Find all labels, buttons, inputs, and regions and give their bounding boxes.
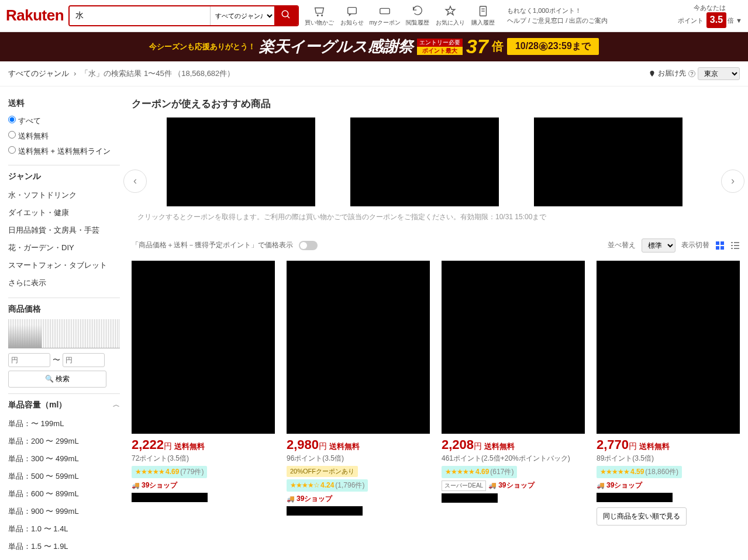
header-nav: 買い物かご お知らせ myクーポン 閲覧履歴 お気に入り 購入履歴 [304, 5, 499, 27]
coupon-item[interactable] [167, 117, 315, 206]
breadcrumb-bar: すべてのジャンル › 「水」の検索結果 1〜45件 （18,568,682件） … [0, 61, 748, 87]
coupon-carousel [132, 117, 740, 206]
svg-rect-14 [734, 242, 739, 243]
banner-mult-suffix: 倍 [492, 39, 504, 54]
carousel-next-button[interactable]: › [721, 170, 744, 193]
price-min-input[interactable] [8, 353, 50, 367]
vol-link[interactable]: 単品：1.0 〜 1.4L [8, 520, 120, 538]
header-help-text[interactable]: もれなく1,000ポイント！ヘルプ / ご意見窓口 / 出店のご案内 [507, 6, 608, 25]
product-card[interactable]: 2,980円送料無料 96ポイント(3.5倍) 20%OFFクーポンあり ★★★… [287, 261, 430, 526]
history-link[interactable]: 閲覧履歴 [402, 5, 433, 27]
vol-link[interactable]: 単品：300 〜 499mL [8, 450, 120, 468]
sort-bar: 「商品価格＋送料－獲得予定ポイント」で価格表示 並べ替え 標準 表示切替 [132, 238, 740, 253]
vol-link[interactable]: 単品：900 〜 999mL [8, 503, 120, 520]
price-mode-toggle[interactable] [299, 241, 318, 250]
chevron-up-icon: ︿ [113, 400, 120, 410]
vol-link[interactable]: 単品：〜 199mL [8, 415, 120, 433]
promo-banner[interactable]: 今シーズンも応援ありがとう！ 楽天イーグルス感謝祭 エントリー必要ポイント最大 … [0, 32, 748, 61]
vol-link[interactable]: 単品：1.5 〜 1.9L [8, 538, 120, 555]
product-price: 2,222円 [132, 437, 172, 452]
svg-line-1 [287, 16, 289, 18]
product-card[interactable]: 2,770円送料無料 89ポイント(3.5倍) ★★★★★4.59(18,860… [597, 261, 740, 526]
price-sep: 〜 [53, 355, 60, 365]
product-rating[interactable]: ★★★★★4.69(617件) [442, 466, 517, 478]
price-max-input[interactable] [63, 353, 105, 367]
search-button[interactable] [274, 6, 298, 25]
product-grid: 2,222円送料無料 72ポイント(3.5倍) ★★★★★4.69(779件) … [132, 261, 740, 526]
genre-link[interactable]: 日用品雑貨・文房具・手芸 [8, 222, 120, 239]
breadcrumb-root[interactable]: すべてのジャンル [8, 68, 69, 79]
product-rating[interactable]: ★★★★★4.59(18,860件) [597, 466, 682, 478]
genre-link[interactable]: 水・ソフトドリンク [8, 186, 120, 204]
svg-point-3 [322, 15, 323, 16]
product-rating[interactable]: ★★★★★4.69(779件) [132, 466, 207, 478]
grid-view-icon[interactable] [715, 241, 725, 250]
banner-labels: エントリー必要ポイント最大 [417, 39, 463, 55]
vol-link[interactable]: 単品：600 〜 899mL [8, 485, 120, 503]
svg-rect-4 [348, 7, 357, 13]
region-select[interactable]: 東京 [698, 67, 740, 80]
svg-rect-15 [731, 245, 733, 246]
filter-volume-heading[interactable]: 単品容量（ml）︿ [8, 400, 120, 410]
product-rating[interactable]: ★★★★☆4.24(1,796件) [287, 479, 368, 492]
help-icon[interactable]: ? [688, 70, 695, 77]
product-image[interactable] [442, 261, 585, 434]
product-image[interactable] [597, 261, 740, 434]
vol-link[interactable]: 単品：2.0L 〜 [8, 555, 120, 560]
star-icon: ★★★★☆ [290, 481, 319, 489]
carousel-prev-button[interactable]: ‹ [123, 170, 147, 193]
filter-volume: 単品容量（ml）︿ 単品：〜 199mL 単品：200 〜 299mL 単品：3… [8, 394, 120, 560]
ship-opt-all[interactable]: すべて [8, 113, 120, 129]
free-shipping-badge: 送料無料 [484, 442, 515, 451]
shop-39-badge: 39ショップ [597, 481, 740, 490]
genre-more[interactable]: さらに表示 [8, 274, 120, 292]
sort-label: 並べ替え [608, 240, 636, 250]
coupon-item[interactable] [534, 117, 682, 206]
redacted-text [597, 493, 673, 502]
breadcrumb-result: 「水」の検索結果 1〜45件 （18,568,682件） [81, 68, 235, 79]
deliver-label: お届け先 [658, 68, 686, 78]
genre-link[interactable]: ダイエット・健康 [8, 204, 120, 222]
vol-link[interactable]: 単品：500 〜 599mL [8, 468, 120, 485]
product-image[interactable] [287, 261, 430, 434]
vol-link[interactable]: 単品：200 〜 299mL [8, 433, 120, 450]
notice-link[interactable]: お知らせ [336, 5, 368, 27]
shop-39-badge: 39ショップ [488, 481, 534, 489]
svg-rect-12 [721, 246, 724, 250]
ship-opt-free[interactable]: 送料無料 [8, 129, 120, 144]
list-view-icon[interactable] [730, 241, 740, 250]
banner-pretext: 今シーズンも応援ありがとう！ [149, 42, 256, 52]
points-multiplier[interactable]: 今あなたは ポイント 3.5倍 ▼ [678, 4, 742, 28]
svg-rect-11 [716, 246, 719, 250]
price-histogram[interactable] [8, 319, 120, 348]
coupon-item[interactable] [350, 117, 499, 206]
product-image[interactable] [132, 261, 275, 434]
svg-rect-9 [716, 241, 719, 245]
svg-rect-18 [734, 248, 739, 249]
coupon-link[interactable]: myクーポン [369, 5, 401, 27]
product-card[interactable]: 2,222円送料無料 72ポイント(3.5倍) ★★★★★4.69(779件) … [132, 261, 275, 526]
pin-icon [649, 70, 656, 77]
star-icon: ★★★★★ [600, 468, 629, 476]
search-input[interactable] [70, 6, 210, 25]
favorite-link[interactable]: お気に入り [435, 5, 466, 27]
shop-39-badge: 39ショップ [287, 494, 430, 504]
svg-point-0 [282, 11, 288, 17]
search-genre-select[interactable]: すべてのジャンル [210, 6, 274, 25]
cart-link[interactable]: 買い物かご [304, 5, 335, 27]
rakuten-logo[interactable]: Rakuten [6, 6, 64, 25]
sidebar: 送料 すべて 送料無料 送料無料 + 送料無料ライン ジャンル 水・ソフトドリン… [0, 87, 120, 560]
sort-select[interactable]: 標準 [642, 238, 675, 253]
product-points: 72ポイント(3.5倍) [132, 454, 275, 464]
genre-link[interactable]: スマートフォン・タブレット [8, 257, 120, 274]
redacted-text [442, 493, 498, 503]
coupon-icon [378, 5, 391, 18]
genre-link[interactable]: 花・ガーデン・DIY [8, 239, 120, 257]
svg-rect-10 [721, 241, 724, 245]
purchase-link[interactable]: 購入履歴 [467, 5, 499, 27]
compare-price-button[interactable]: 同じ商品を安い順で見る [597, 507, 687, 526]
product-card[interactable]: 2,208円送料無料 461ポイント(2.5倍+20%ポイントバック) ★★★★… [442, 261, 585, 526]
price-search-button[interactable]: 🔍 検索 [8, 371, 106, 388]
product-price: 2,770円 [597, 437, 637, 452]
ship-opt-freeline[interactable]: 送料無料 + 送料無料ライン [8, 144, 120, 159]
